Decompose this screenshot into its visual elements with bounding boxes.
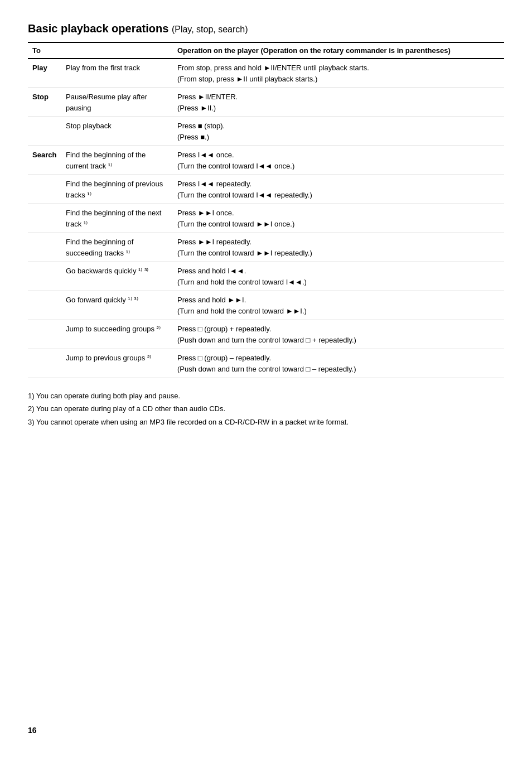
footnote-item: 2) You can operate during play of a CD o…	[28, 402, 504, 415]
table-row: Jump to previous groups ²⁾Press □ (group…	[28, 349, 504, 378]
action-label: Find the beginning of previous tracks ¹⁾	[61, 175, 173, 204]
action-label: Stop playback	[61, 117, 173, 146]
operation-text: Press and hold I◄◄.(Turn and hold the co…	[173, 262, 504, 291]
action-label: Find the beginning of the next track ¹⁾	[61, 204, 173, 233]
section-label	[28, 175, 61, 204]
footnote-item: 3) You cannot operate when using an MP3 …	[28, 416, 504, 428]
operation-text: Press □ (group) + repeatedly.(Push down …	[173, 320, 504, 349]
footnotes-section: 1) You can operate during both play and …	[28, 389, 504, 428]
section-label	[28, 291, 61, 320]
operation-text: Press ■ (stop).(Press ■.)	[173, 117, 504, 146]
col-action-header	[61, 42, 173, 59]
page-title: Basic playback operations (Play, stop, s…	[28, 22, 504, 35]
table-row: Find the beginning of succeeding tracks …	[28, 233, 504, 262]
table-row: Go forward quickly ¹⁾ ³⁾Press and hold ►…	[28, 291, 504, 320]
operation-text: Press ►►I once.(Turn the control toward …	[173, 204, 504, 233]
action-label: Play from the first track	[61, 59, 173, 88]
operation-text: Press ►►I repeatedly.(Turn the control t…	[173, 233, 504, 262]
section-label: Search	[28, 146, 61, 175]
section-label	[28, 320, 61, 349]
section-label	[28, 233, 61, 262]
section-label: Play	[28, 59, 61, 88]
operations-table: To Operation on the player (Operation on…	[28, 42, 504, 378]
operation-text: Press I◄◄ repeatedly.(Turn the control t…	[173, 175, 504, 204]
action-label: Jump to previous groups ²⁾	[61, 349, 173, 378]
section-label: Stop	[28, 88, 61, 117]
action-label: Go backwards quickly ¹⁾ ³⁾	[61, 262, 173, 291]
section-label	[28, 349, 61, 378]
page-number: 16	[28, 726, 37, 735]
table-row: PlayPlay from the first trackFrom stop, …	[28, 59, 504, 88]
section-label	[28, 262, 61, 291]
action-label: Find the beginning of the current track …	[61, 146, 173, 175]
action-label: Find the beginning of succeeding tracks …	[61, 233, 173, 262]
operation-text: Press □ (group) – repeatedly.(Push down …	[173, 349, 504, 378]
table-row: Find the beginning of previous tracks ¹⁾…	[28, 175, 504, 204]
operation-text: From stop, press and hold ►II/ENTER unti…	[173, 59, 504, 88]
action-label: Jump to succeeding groups ²⁾	[61, 320, 173, 349]
operation-text: Press I◄◄ once.(Turn the control toward …	[173, 146, 504, 175]
action-label: Pause/Resume play after pausing	[61, 88, 173, 117]
operation-text: Press ►II/ENTER.(Press ►II.)	[173, 88, 504, 117]
table-row: Stop playbackPress ■ (stop).(Press ■.)	[28, 117, 504, 146]
footnote-item: 1) You can operate during both play and …	[28, 389, 504, 402]
table-row: StopPause/Resume play after pausingPress…	[28, 88, 504, 117]
table-row: Go backwards quickly ¹⁾ ³⁾Press and hold…	[28, 262, 504, 291]
section-label	[28, 204, 61, 233]
operation-text: Press and hold ►►I.(Turn and hold the co…	[173, 291, 504, 320]
table-row: Find the beginning of the next track ¹⁾P…	[28, 204, 504, 233]
table-row: SearchFind the beginning of the current …	[28, 146, 504, 175]
section-label	[28, 117, 61, 146]
col-operation-header: Operation on the player (Operation on th…	[173, 42, 504, 59]
col-to-header: To	[28, 42, 61, 59]
action-label: Go forward quickly ¹⁾ ³⁾	[61, 291, 173, 320]
table-row: Jump to succeeding groups ²⁾Press □ (gro…	[28, 320, 504, 349]
